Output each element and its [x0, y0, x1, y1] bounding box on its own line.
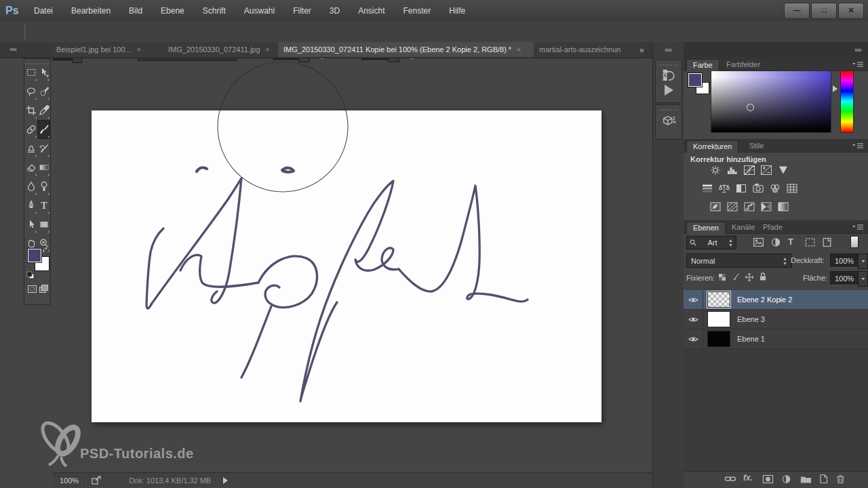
- eyedropper-tool-icon[interactable]: [37, 101, 50, 120]
- close-button[interactable]: ✕: [838, 3, 864, 19]
- add-layer-mask-icon[interactable]: [762, 474, 774, 484]
- layer-row-ebene1[interactable]: Ebene 1: [684, 329, 868, 349]
- tab-martial-arts[interactable]: martial-arts-auszeichnun: [534, 42, 645, 57]
- exposure-icon[interactable]: [758, 165, 774, 176]
- brightness-contrast-icon[interactable]: [707, 165, 724, 176]
- dodge-tool-icon[interactable]: [37, 177, 50, 196]
- layer-thumbnail[interactable]: [707, 311, 730, 327]
- maximize-button[interactable]: □: [811, 3, 837, 19]
- lock-transparency-icon[interactable]: [717, 272, 727, 282]
- deckkraft-value[interactable]: 100%: [830, 253, 859, 268]
- adjust-panel-menu-icon[interactable]: [852, 142, 864, 150]
- clone-stamp-tool-icon[interactable]: [24, 139, 37, 158]
- color-lookup-icon[interactable]: [784, 183, 800, 194]
- minimize-button[interactable]: —: [784, 3, 810, 19]
- invert-icon[interactable]: [707, 201, 724, 212]
- tab-scroll-left-icon[interactable]: ««: [9, 45, 16, 53]
- move-tool-icon[interactable]: [37, 63, 50, 82]
- type-tool-icon[interactable]: T: [37, 196, 50, 215]
- deckkraft-arrow[interactable]: [858, 253, 868, 269]
- flaeche-arrow[interactable]: [858, 271, 868, 287]
- layer-style-fx-icon[interactable]: fx.: [743, 473, 753, 483]
- tab-close-icon[interactable]: ×: [517, 46, 521, 54]
- filter-adjustment-layers-icon[interactable]: [770, 237, 781, 247]
- zoom-level[interactable]: 100%: [60, 476, 79, 485]
- color-picker-cursor[interactable]: [747, 104, 754, 111]
- path-selection-tool-icon[interactable]: [24, 215, 37, 234]
- tab-beispiel1[interactable]: Beispiel1.jpg bei 100... ×: [51, 42, 164, 57]
- posterize-icon[interactable]: [724, 201, 741, 212]
- 3d-panel-icon[interactable]: [656, 113, 682, 129]
- gradient-map-icon[interactable]: [758, 201, 774, 212]
- layer-row-ebene2-kopie2[interactable]: Ebene 2 Kopie 2: [684, 290, 868, 310]
- collapse-dock-icon[interactable]: ««: [665, 45, 671, 54]
- visibility-toggle[interactable]: [684, 329, 703, 348]
- color-picker-field[interactable]: [711, 70, 831, 133]
- gradient-tool-icon[interactable]: [37, 158, 50, 177]
- lock-pixels-icon[interactable]: [731, 272, 741, 282]
- quick-mask-mode-icon[interactable]: [27, 284, 37, 294]
- dock-gripper[interactable]: [660, 106, 677, 110]
- marquee-tool-icon[interactable]: [24, 63, 37, 82]
- pen-tool-icon[interactable]: [24, 196, 37, 215]
- black-white-icon[interactable]: [733, 183, 749, 194]
- filter-pixel-layers-icon[interactable]: [753, 237, 764, 247]
- color-balance-icon[interactable]: [716, 183, 732, 194]
- tab-pfade[interactable]: Pfade: [757, 222, 789, 233]
- dock-gripper[interactable]: [660, 62, 677, 66]
- menu-datei[interactable]: Datei: [34, 6, 53, 16]
- tab-korrekturen[interactable]: Korrekturen: [686, 140, 738, 152]
- foreground-swatch-small[interactable]: [688, 73, 703, 87]
- threshold-icon[interactable]: [741, 201, 757, 212]
- screen-mode-icon[interactable]: [39, 284, 49, 294]
- tab-img-072411-kopie-active[interactable]: IMG_20150330_072411 Kopie bei 100% (Eben…: [278, 42, 538, 57]
- menu-ansicht[interactable]: Ansicht: [358, 6, 384, 16]
- layer-blend-mode-select[interactable]: Normal▲▼: [686, 253, 792, 268]
- layers-panel-menu-icon[interactable]: [852, 224, 864, 232]
- crop-tool-icon[interactable]: [24, 101, 37, 120]
- menu-hilfe[interactable]: Hilfe: [449, 6, 465, 16]
- new-adjustment-layer-icon[interactable]: [781, 474, 791, 484]
- filter-smart-objects-icon[interactable]: [822, 237, 832, 247]
- blur-tool-icon[interactable]: [24, 177, 37, 196]
- visibility-toggle[interactable]: [684, 310, 703, 329]
- share-export-icon[interactable]: [91, 476, 102, 485]
- tab-overflow-icon[interactable]: »: [639, 45, 644, 55]
- swap-colors-icon[interactable]: [42, 247, 49, 253]
- layer-name[interactable]: Ebene 1: [737, 335, 765, 343]
- filter-shape-layers-icon[interactable]: [804, 237, 816, 247]
- menu-3d[interactable]: 3D: [330, 6, 340, 16]
- hue-saturation-icon[interactable]: [699, 183, 715, 194]
- actions-panel-icon[interactable]: [656, 85, 682, 96]
- tab-close-icon[interactable]: ×: [137, 46, 141, 54]
- layer-filter-type-select[interactable]: Art ▲▼: [686, 236, 736, 249]
- tab-farbe[interactable]: Farbe: [686, 59, 719, 71]
- color-panel-menu-icon[interactable]: [852, 61, 864, 69]
- lock-all-icon[interactable]: [758, 272, 768, 281]
- quick-selection-tool-icon[interactable]: [37, 82, 50, 101]
- lasso-tool-icon[interactable]: [24, 82, 37, 101]
- layer-thumbnail[interactable]: [707, 291, 730, 308]
- healing-brush-tool-icon[interactable]: [24, 120, 37, 139]
- lock-position-icon[interactable]: [745, 272, 754, 282]
- rectangle-tool-icon[interactable]: [37, 215, 50, 234]
- menu-filter[interactable]: Filter: [293, 6, 311, 16]
- menu-bearbeiten[interactable]: Bearbeiten: [71, 6, 111, 16]
- doc-size-info[interactable]: Dok: 1013,4 KB/1,32 MB: [129, 476, 211, 485]
- filter-type-layers-icon[interactable]: T: [788, 237, 793, 247]
- layer-thumbnail[interactable]: [707, 331, 730, 347]
- menu-ebene[interactable]: Ebene: [161, 6, 184, 16]
- selective-color-icon[interactable]: [775, 201, 791, 212]
- tab-farbfelder[interactable]: Farbfelder: [720, 59, 766, 70]
- tab-kanaele[interactable]: Kanäle: [726, 222, 761, 233]
- expand-dock-icon[interactable]: »»: [854, 45, 861, 54]
- layer-name[interactable]: Ebene 2 Kopie 2: [737, 296, 792, 304]
- menu-schrift[interactable]: Schrift: [203, 6, 226, 16]
- status-options-arrow-icon[interactable]: [223, 477, 228, 484]
- new-group-icon[interactable]: [800, 474, 812, 484]
- history-brush-tool-icon[interactable]: [37, 139, 50, 158]
- foreground-color-swatch[interactable]: [27, 248, 42, 263]
- menu-auswahl[interactable]: Auswahl: [244, 6, 275, 16]
- visibility-toggle[interactable]: [684, 290, 703, 309]
- layer-name[interactable]: Ebene 3: [737, 315, 765, 323]
